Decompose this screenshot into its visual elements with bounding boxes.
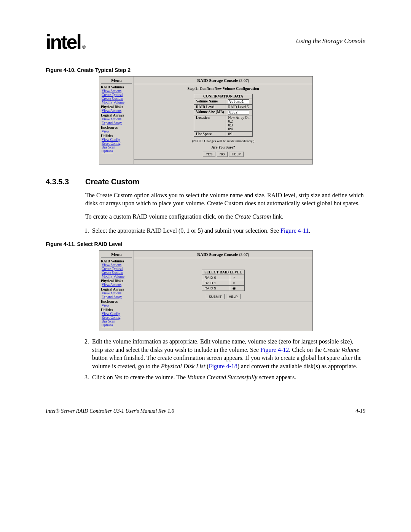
menu-heading: Menu	[101, 78, 132, 84]
menu-cat-enclosures: Enclosures	[101, 126, 132, 129]
menu-cat-raid-volumes: RAID Volumes	[101, 85, 132, 89]
menu-link-view-actions[interactable]: View/Actions	[102, 117, 132, 121]
menu-link-view-actions[interactable]: View/Actions	[102, 291, 132, 295]
submit-button[interactable]: SUBMIT	[206, 294, 224, 299]
step-2: Edit the volume information as appropria…	[91, 337, 365, 370]
menu-link-expand-array[interactable]: Expand Array	[102, 121, 132, 125]
section-para-1: The Create Custom option allows you to s…	[85, 192, 365, 208]
menu-link-view[interactable]: View	[102, 304, 132, 307]
console-title: RAID Storage Console (3.07)	[136, 78, 310, 83]
menu-link-view-actions[interactable]: View/Actions	[102, 283, 132, 287]
menu-link-options[interactable]: Options	[102, 149, 132, 153]
footer-page-number: 4-19	[355, 408, 365, 414]
menu-cat-logical-arrays: Logical Arrays	[101, 113, 132, 117]
figure-4-11-screenshot: Menu RAID Volumes View/Actions Create Ty…	[99, 250, 313, 331]
figure-4-10-caption: Figure 4-10. Create Typical Step 2	[46, 67, 365, 73]
menu-cat-logical-arrays: Logical Arrays	[101, 288, 132, 291]
are-you-sure: Are You Sure?	[136, 145, 310, 149]
menu-link-view-config[interactable]: View Config	[102, 138, 132, 142]
menu-link-modify-volume[interactable]: Modify Volume	[102, 275, 132, 278]
yes-button[interactable]: YES	[203, 152, 215, 157]
figure-4-18-link[interactable]: Figure 4-18	[209, 363, 237, 369]
menu-cat-physical-disks: Physical Disks	[101, 279, 132, 283]
menu-link-modify-volume[interactable]: Modify Volume	[102, 101, 132, 104]
section-title: Create Custom	[85, 177, 139, 186]
confirmation-header: CONFIRMATION DATA	[194, 94, 252, 99]
section-para-2: To create a custom RAID volume configura…	[85, 213, 365, 221]
volume-name-input[interactable]: Volume1	[228, 99, 249, 104]
running-header: Using the Storage Console	[296, 37, 365, 45]
menu-link-view[interactable]: View	[102, 129, 132, 133]
menu-heading: Menu	[101, 252, 132, 258]
menu-link-bus-scan[interactable]: Bus Scan	[102, 145, 132, 149]
menu-link-expand-array[interactable]: Expand Array	[102, 295, 132, 299]
menu-link-create-custom[interactable]: Create Custom	[102, 271, 132, 275]
menu-link-view-actions[interactable]: View/Actions	[102, 109, 132, 113]
figure-4-10-screenshot: Menu RAID Volumes View/Actions Create Ty…	[99, 76, 313, 165]
menu-cat-utilities: Utilities	[101, 308, 132, 312]
select-raid-header: SELECT RAID LEVEL	[202, 270, 245, 275]
note-text: (NOTE: Changes will be made immediately.…	[136, 139, 310, 143]
help-button[interactable]: HELP	[226, 294, 241, 299]
intel-logo: intel®	[46, 30, 84, 53]
menu-link-create-typical[interactable]: Create Typical	[102, 93, 132, 97]
no-button[interactable]: NO	[217, 152, 228, 157]
registered-mark: ®	[82, 45, 84, 50]
menu-link-create-custom[interactable]: Create Custom	[102, 97, 132, 101]
volume-size-input[interactable]: 8582	[228, 110, 249, 115]
menu-cat-physical-disks: Physical Disks	[101, 105, 132, 109]
figure-4-11-caption: Figure 4-11. Select RAID Level	[46, 241, 365, 247]
menu-link-view-actions[interactable]: View/Actions	[102, 89, 132, 93]
raid0-radio[interactable]: ○	[230, 275, 244, 280]
step-title: Step 2: Confirm New Volume Configuration	[136, 86, 310, 91]
menu-link-reset-config[interactable]: Reset Config	[102, 142, 132, 145]
console-title: RAID Storage Console (3.07)	[136, 252, 310, 257]
figure-4-12-link[interactable]: Figure 4-12	[260, 347, 289, 353]
menu-link-view-config[interactable]: View Config	[102, 312, 132, 316]
figure-4-11-link[interactable]: Figure 4-11	[280, 227, 309, 234]
step-1: Select the appropriate RAID Level (0, 1 …	[91, 227, 365, 235]
menu-link-options[interactable]: Options	[102, 323, 132, 327]
raid1-radio[interactable]: ○	[230, 280, 244, 285]
menu-cat-raid-volumes: RAID Volumes	[101, 259, 132, 263]
menu-link-reset-config[interactable]: Reset Config	[102, 316, 132, 320]
step-3: Click on Yes to create the volume. The V…	[91, 373, 365, 382]
select-raid-level-table: SELECT RAID LEVEL RAID 0○ RAID 1○ RAID 5…	[202, 270, 245, 291]
raid5-radio[interactable]: ◉	[230, 285, 244, 291]
menu-link-view-actions[interactable]: View/Actions	[102, 263, 132, 267]
menu-link-bus-scan[interactable]: Bus Scan	[102, 320, 132, 323]
section-number: 4.3.5.3	[46, 177, 84, 186]
menu-cat-utilities: Utilities	[101, 134, 132, 138]
help-button[interactable]: HELP	[229, 152, 244, 157]
menu-cat-enclosures: Enclosures	[101, 300, 132, 304]
footer-left: Intel® Server RAID Controller U3-1 User'…	[46, 408, 174, 414]
menu-link-create-typical[interactable]: Create Typical	[102, 267, 132, 271]
confirmation-table: CONFIRMATION DATA Volume Name Volume1 RA…	[194, 94, 253, 137]
